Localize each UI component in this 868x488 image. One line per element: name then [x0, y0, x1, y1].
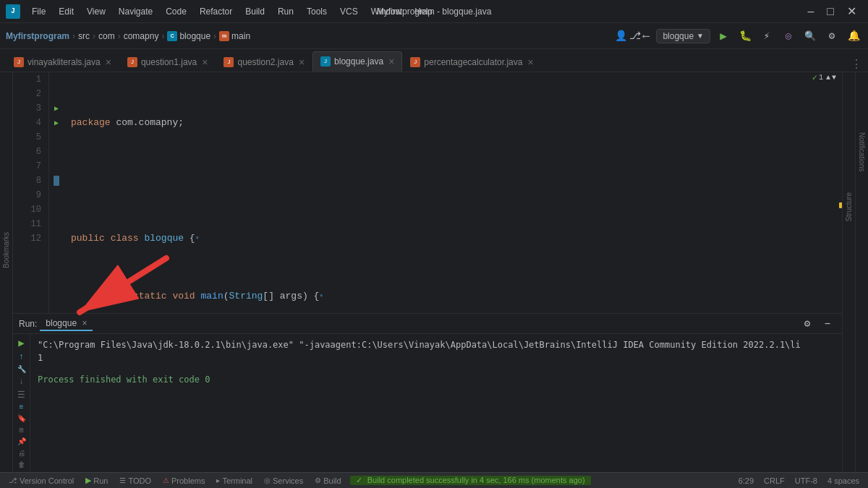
status-build[interactable]: ⚙ Build	[312, 476, 344, 485]
status-encoding[interactable]: UTF-8	[792, 476, 820, 485]
menu-edit[interactable]: Edit	[53, 4, 80, 20]
tab-close-question2[interactable]: ×	[299, 56, 305, 68]
search-toolbar-button[interactable]: 🔍	[801, 27, 819, 45]
gutter-7	[49, 159, 64, 174]
branch-icon[interactable]: ⎇	[629, 30, 641, 42]
run-gutter-line4[interactable]: ▶	[54, 119, 59, 127]
debug-button[interactable]: 🐛	[736, 27, 754, 45]
run-upload-button[interactable]: ↑	[15, 352, 28, 362]
menu-run[interactable]: Run	[272, 4, 299, 20]
person-icon[interactable]: 👤	[615, 30, 627, 42]
menu-refactor[interactable]: Refactor	[194, 4, 238, 20]
console-process-msg: Process finished with exit code 0	[38, 373, 835, 386]
notifications-label[interactable]: Notifications	[858, 132, 866, 171]
status-problems[interactable]: ⚠ Problems	[160, 476, 208, 485]
gutter-6	[49, 145, 64, 159]
menu-code[interactable]: Code	[160, 4, 192, 20]
structure-sidebar: Structure	[842, 72, 855, 472]
tab-label-question2: question2.java	[237, 57, 293, 67]
status-run[interactable]: ▶ Run	[82, 476, 111, 485]
run-indent-button[interactable]: ☰	[15, 390, 28, 401]
breadcrumb-blogque[interactable]: blogque	[179, 31, 210, 41]
fold-icon-3[interactable]: ▾	[195, 231, 200, 246]
far-left-sidebar: Bookmarks	[0, 72, 13, 472]
run-config-selector[interactable]: blogque ▼	[656, 29, 710, 43]
menu-view[interactable]: View	[81, 4, 111, 20]
breadcrumb-src[interactable]: src	[78, 31, 90, 41]
status-todo[interactable]: ☰ TODO	[116, 476, 154, 485]
run-play-button[interactable]: ▶	[15, 337, 28, 349]
status-version-control[interactable]: ⎇ Version Control	[6, 476, 77, 485]
minimize-button[interactable]: –	[801, 7, 820, 17]
problems-icon: ⚠	[163, 476, 169, 484]
bookmark-gutter-line8[interactable]	[54, 176, 59, 186]
window-controls: – □ ✕	[801, 7, 862, 17]
status-run-icon: ▶	[85, 476, 91, 485]
tab-question1[interactable]: J question1.java ×	[119, 51, 216, 72]
run-pin-button[interactable]: 📌	[15, 437, 28, 446]
run-table-button[interactable]: ⊞	[15, 426, 28, 435]
run-config-label: blogque	[663, 31, 694, 41]
menu-vcs[interactable]: VCS	[334, 4, 364, 20]
settings-button[interactable]: ⚙	[823, 27, 841, 45]
tab-close-vinayakliterals[interactable]: ×	[106, 56, 111, 68]
tabs-more-button[interactable]: ⋮	[845, 57, 868, 72]
status-position[interactable]: 6:29	[736, 476, 757, 485]
menu-build[interactable]: Build	[239, 4, 271, 20]
services-icon: ◎	[264, 476, 271, 484]
tab-label-question1: question1.java	[141, 57, 197, 67]
app-logo: J	[6, 4, 20, 19]
menu-navigate[interactable]: Navigate	[113, 4, 158, 20]
code-line-3: public class blogque { ▾	[71, 231, 836, 246]
breadcrumb-main[interactable]: main	[231, 31, 250, 41]
run-wrench-button[interactable]: 🔧	[15, 365, 28, 374]
run-scroll-down-button[interactable]: ↓	[15, 377, 28, 387]
run-panel-minimize[interactable]: –	[819, 315, 836, 333]
run-button[interactable]: ▶	[715, 27, 732, 45]
status-line-ending[interactable]: CRLF	[761, 476, 788, 485]
run-panel-controls: ⚙ –	[799, 315, 836, 333]
project-name[interactable]: Myfirstprogram	[6, 31, 69, 41]
run-tab-blogque[interactable]: blogque ×	[40, 317, 93, 331]
breadcrumb-comapny[interactable]: comapny	[124, 31, 159, 41]
line-numbers: 1 2 3 4 5 6 7 8 9 10 11 12	[13, 72, 49, 313]
close-button[interactable]: ✕	[841, 7, 862, 17]
tab-close-percentagecalculator[interactable]: ×	[527, 56, 533, 68]
tab-question2[interactable]: J question2.java ×	[216, 51, 312, 72]
tab-close-blogque[interactable]: ×	[388, 56, 394, 67]
structure-label[interactable]: Structure	[845, 192, 853, 222]
run-bookmark-button[interactable]: 🔖	[15, 414, 28, 423]
run-tab-close[interactable]: ×	[82, 318, 87, 328]
breadcrumb: Myfirstprogram › src › com › comapny › C…	[6, 31, 612, 41]
menu-file[interactable]: File	[26, 4, 51, 20]
fold-icon-4[interactable]: ▾	[319, 289, 323, 304]
main-layout: Bookmarks 1 2 3 4 5 6 7 8 9 10 11	[0, 72, 868, 472]
menu-tools[interactable]: Tools	[301, 4, 333, 20]
tab-vinayakliterals[interactable]: J vinayakliterals.java ×	[6, 51, 119, 72]
code-content[interactable]: package com.comapny; public class blogqu…	[64, 72, 836, 313]
status-terminal[interactable]: ▸ Terminal	[213, 476, 255, 485]
status-services[interactable]: ◎ Services	[261, 476, 306, 485]
tab-percentagecalculator[interactable]: J percentagecalculator.java ×	[402, 51, 541, 72]
bookmarks-label[interactable]: Bookmarks	[2, 232, 10, 268]
line-5: 5	[13, 130, 41, 145]
git-icon: ⎇	[9, 476, 17, 484]
run-panel-gear[interactable]: ⚙	[799, 315, 816, 333]
coverage-button[interactable]: ◎	[780, 27, 797, 45]
profile-button[interactable]: ⚡	[758, 27, 775, 45]
status-indent[interactable]: 4 spaces	[825, 476, 862, 485]
notifications-button[interactable]: 🔔	[845, 27, 862, 45]
services-label: Services	[273, 476, 303, 485]
gutter-8	[49, 174, 64, 188]
tab-blogque[interactable]: J blogque.java ×	[312, 51, 402, 72]
encoding-text: UTF-8	[795, 476, 817, 485]
gutter-10	[49, 202, 64, 217]
run-list-button[interactable]: ≡	[15, 403, 28, 411]
run-print-button[interactable]: 🖨	[15, 449, 28, 458]
run-gutter-line3[interactable]: ▶	[54, 104, 59, 113]
tab-close-question1[interactable]: ×	[202, 56, 208, 68]
breadcrumb-com[interactable]: com	[98, 31, 115, 41]
maximize-button[interactable]: □	[821, 7, 840, 17]
back-icon[interactable]: ⟵	[643, 30, 649, 42]
run-trash-button[interactable]: 🗑	[15, 461, 28, 469]
